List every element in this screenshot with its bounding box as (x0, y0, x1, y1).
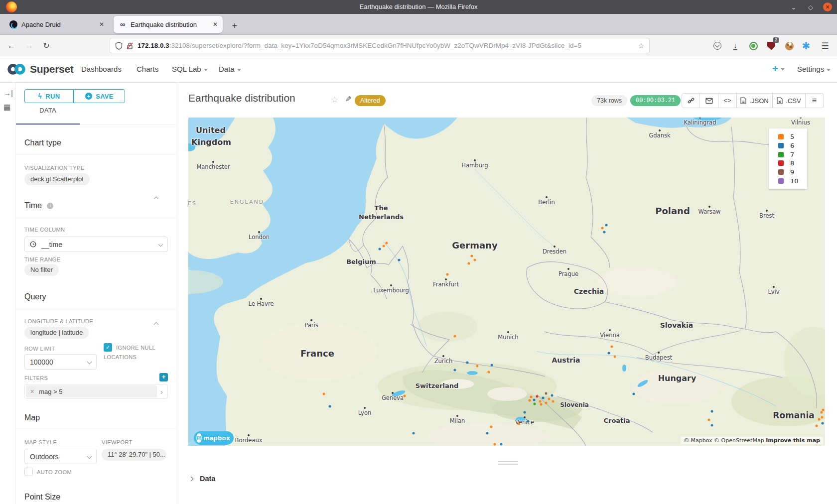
earthquake-point (548, 398, 551, 400)
nav-dashboards[interactable]: Dashboards (81, 56, 122, 82)
nav-data[interactable]: Data (219, 56, 241, 82)
new-tab-button[interactable]: + (228, 20, 241, 33)
nav-sql-lab[interactable]: SQL Lab (172, 56, 208, 82)
lonlat-value[interactable]: longitude | latitude (24, 327, 89, 339)
section-point-size[interactable]: Point Size (24, 493, 168, 502)
section-query[interactable]: Query (24, 292, 168, 301)
chevron-down-icon (781, 68, 785, 71)
add-new-button[interactable]: + (772, 56, 785, 82)
favorite-star-icon[interactable]: ☆ (331, 95, 338, 105)
map-style-select[interactable]: Outdoors (24, 449, 97, 464)
earthquake-point (491, 364, 493, 367)
export-csv-button[interactable]: .CSV (773, 93, 806, 108)
file-icon (740, 97, 746, 104)
time-range-value[interactable]: No filter (24, 264, 59, 276)
menu-icon[interactable]: ☰ (819, 40, 831, 52)
map-city-label: Luxembourg (373, 287, 409, 294)
legend-value: 9 (790, 168, 794, 176)
lightning-icon: ϟ (38, 92, 42, 100)
run-button[interactable]: ϟRUN (24, 89, 74, 103)
data-panel-label: Data (200, 475, 215, 483)
data-tab[interactable]: DATA (16, 107, 80, 114)
row-limit-select[interactable]: 100000 (24, 354, 97, 370)
maximize-icon[interactable]: ◇ (806, 3, 815, 11)
minimize-icon[interactable]: ⌄ (789, 3, 798, 11)
earthquake-point (490, 426, 493, 428)
superset-favicon: ∞ (119, 20, 127, 28)
privacy-badger-icon[interactable] (747, 40, 759, 52)
superset-logo[interactable]: Superset (6, 62, 73, 76)
bookmark-star-icon[interactable]: ☆ (638, 42, 644, 50)
copy-link-button[interactable] (682, 93, 700, 108)
collapse-panel-icon[interactable]: →| (3, 89, 12, 98)
deckgl-map[interactable]: UnitedKingdomENGLANDESTheNetherlandsBelg… (188, 118, 825, 446)
back-button[interactable]: ← (5, 39, 18, 52)
tab-close-icon[interactable]: ✕ (213, 21, 218, 28)
section-map[interactable]: Map (24, 413, 168, 422)
row-limit-label: ROW LIMIT (24, 346, 55, 352)
earthquake-point (454, 335, 456, 338)
viewport-value[interactable]: 11° 28' 29.70" | 50... (102, 449, 166, 461)
chevron-down-icon (87, 454, 92, 459)
downloads-icon[interactable]: ↓ (729, 40, 741, 52)
save-button[interactable]: +SAVE (74, 89, 125, 103)
tab-earthquake-distribution[interactable]: ∞ Earthquake distribution ✕ (114, 16, 223, 33)
map-city-dot (248, 434, 250, 436)
earthquake-point (821, 411, 823, 414)
earthquake-point (540, 403, 543, 406)
map-country-label: ENGLAND (230, 199, 264, 205)
pocket-icon[interactable] (711, 40, 723, 52)
mapbox-attribution-link[interactable]: © Mapbox (684, 437, 712, 444)
tab-close-icon[interactable]: ✕ (99, 21, 104, 28)
section-chart-type[interactable]: Chart type (24, 138, 168, 147)
mapbox-logo[interactable]: m mapbox (194, 431, 234, 445)
nav-charts[interactable]: Charts (137, 56, 158, 82)
map-city-label: Brest (759, 212, 774, 219)
filter-item[interactable]: ✕mag > 5 › (24, 384, 168, 399)
map-city-label: Hamburg (461, 162, 488, 169)
section-time[interactable]: Time i (24, 201, 168, 210)
map-country-label: Belgium (346, 258, 376, 265)
chart-title: Earthquake distribution (188, 92, 295, 104)
forward-button[interactable]: → (23, 39, 36, 52)
legend-row: 5 (778, 133, 807, 140)
map-city-dot (456, 415, 458, 417)
legend-row: 9 (778, 168, 807, 176)
altered-badge[interactable]: Altered (355, 95, 386, 106)
time-column-select[interactable]: __time (24, 237, 168, 252)
stylus-extension-icon[interactable]: ✱ (800, 40, 812, 52)
reload-button[interactable]: ↻ (40, 39, 53, 52)
tracking-shield-icon[interactable] (115, 42, 123, 50)
embed-code-button[interactable]: <> (718, 93, 737, 108)
map-city-dot (474, 159, 476, 161)
earthquake-point (404, 395, 406, 397)
insecure-lock-icon[interactable] (126, 42, 134, 50)
tab-apache-druid[interactable]: Apache Druid ✕ (4, 16, 109, 33)
map-country-label: ES (188, 200, 197, 207)
improve-map-link[interactable]: Improve this map (766, 437, 820, 444)
email-button[interactable] (700, 93, 718, 108)
url-bar[interactable]: 172.18.0.3:32108/superset/explore/?form_… (110, 38, 650, 53)
window-close-icon[interactable]: ✕ (823, 2, 832, 11)
datasource-grid-icon[interactable]: ▦ (3, 103, 12, 112)
panel-resize-handle[interactable] (498, 461, 518, 465)
data-panel-toggle[interactable]: Data (189, 475, 215, 483)
cookie-extension-icon[interactable] (783, 40, 795, 52)
legend-swatch (778, 152, 784, 157)
remove-filter-icon[interactable]: ✕ (30, 388, 34, 395)
lonlat-label: LONGITUDE & LATITUDE (24, 318, 93, 324)
viz-type-value[interactable]: deck.gl Scatterplot (24, 173, 90, 185)
chevron-down-icon (237, 69, 241, 71)
ignore-null-checkbox[interactable]: ✓ (104, 343, 112, 352)
add-filter-button[interactable]: + (159, 373, 168, 381)
settings-menu[interactable]: Settings (797, 56, 831, 82)
auto-zoom-checkbox[interactable] (24, 468, 33, 476)
export-json-button[interactable]: .JSON (737, 93, 773, 108)
earthquake-point (533, 399, 536, 401)
chevron-down-icon (87, 360, 92, 365)
earthquake-point (386, 242, 388, 245)
edit-pencil-icon[interactable]: ✎ (345, 95, 352, 104)
more-options-button[interactable]: ≡ (806, 93, 824, 108)
osm-attribution-link[interactable]: © OpenStreetMap (714, 437, 764, 444)
ublock-icon[interactable]: 2 (765, 40, 777, 52)
